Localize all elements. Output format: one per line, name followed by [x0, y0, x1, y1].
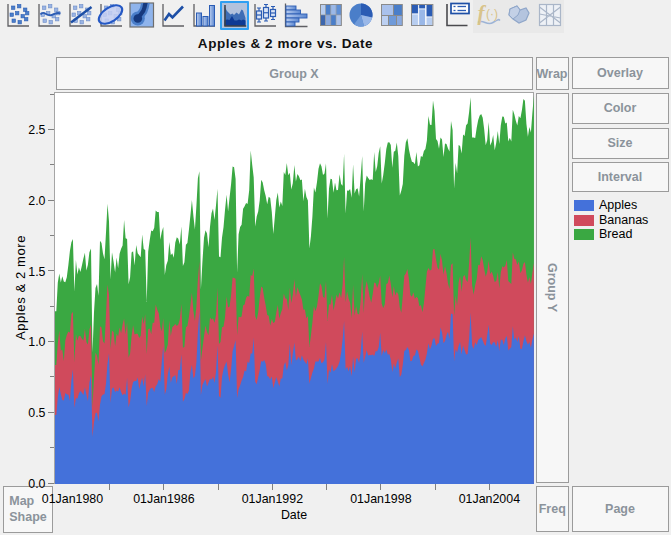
svg-text:(·): (·) [486, 7, 498, 21]
